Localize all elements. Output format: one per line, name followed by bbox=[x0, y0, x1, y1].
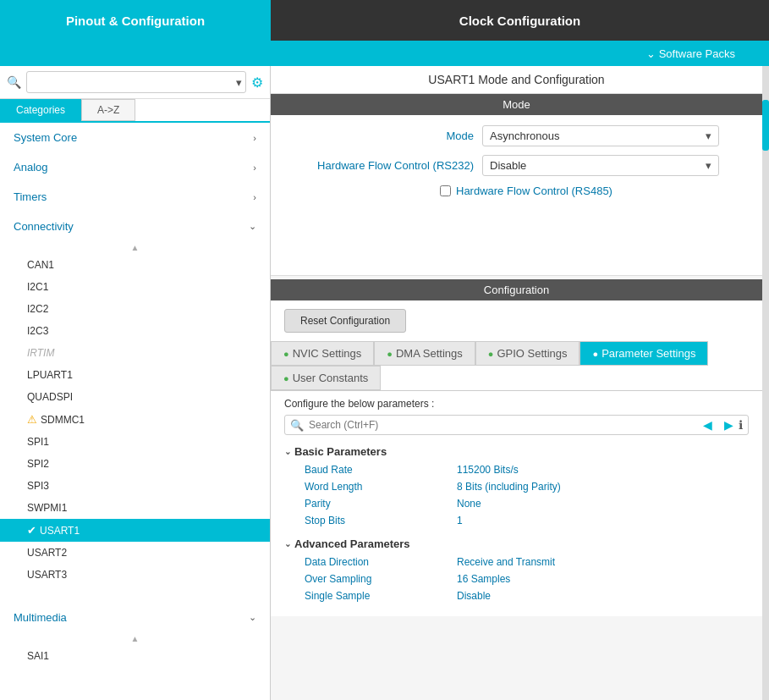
sidebar-subitem-usart1[interactable]: ✔USART1 bbox=[0, 519, 270, 542]
sidebar-subitem-usart2[interactable]: USART2 bbox=[0, 542, 270, 564]
mode-spacer bbox=[288, 197, 745, 265]
reset-configuration-button[interactable]: Reset Configuration bbox=[284, 309, 406, 333]
chevron-down-icon: ⌄ bbox=[249, 221, 256, 232]
mode-section: Mode Mode Asynchronous ▾ Hardware Flow C… bbox=[271, 94, 762, 276]
basic-params-label: Basic Parameters bbox=[294, 445, 387, 458]
chevron-down-icon: ⌄ bbox=[249, 612, 256, 623]
mode-section-header: Mode bbox=[271, 94, 762, 115]
basic-params-chevron: ⌄ bbox=[284, 447, 291, 456]
advanced-params-chevron: ⌄ bbox=[284, 539, 291, 548]
param-data-direction-name: Data Direction bbox=[305, 556, 457, 568]
sidebar-item-timers[interactable]: Timers › bbox=[0, 182, 270, 212]
sidebar-subitem-usart3[interactable]: USART3 bbox=[0, 564, 270, 586]
gear-icon[interactable]: ⚙ bbox=[251, 74, 263, 91]
tab-user-constants[interactable]: ● User Constants bbox=[271, 366, 381, 390]
sidebar-item-connectivity[interactable]: Connectivity ⌄ bbox=[0, 212, 270, 241]
search-input[interactable] bbox=[30, 74, 236, 91]
scroll-up-arrow[interactable]: ▲ bbox=[0, 241, 270, 254]
sidebar-item-system-core[interactable]: System Core › bbox=[0, 123, 270, 152]
panel-title: USART1 Mode and Configuration bbox=[271, 66, 762, 94]
params-area: Configure the below parameters : 🔍 ◀ ▶ ℹ… bbox=[271, 391, 762, 616]
right-panel: USART1 Mode and Configuration Mode Mode … bbox=[271, 66, 762, 700]
sidebar-subitem-spi3[interactable]: SPI3 bbox=[0, 475, 270, 497]
param-parity-name: Parity bbox=[305, 498, 457, 510]
hw-flow-rs232-select[interactable]: Disable ▾ bbox=[482, 155, 719, 176]
tab-nvic-settings[interactable]: ● NVIC Settings bbox=[271, 341, 374, 366]
user-constants-label: User Constants bbox=[293, 372, 369, 384]
check-icon: ✔ bbox=[27, 524, 36, 537]
param-over-sampling-value: 16 Samples bbox=[457, 573, 510, 585]
sidebar-item-analog[interactable]: Analog › bbox=[0, 152, 270, 182]
right-scrollbar-thumb[interactable] bbox=[762, 100, 769, 151]
parameter-check-icon: ● bbox=[592, 349, 598, 359]
pinout-config-header: Pinout & Configuration bbox=[0, 0, 271, 41]
param-baud-rate-value: 115200 Bits/s bbox=[457, 464, 519, 476]
tab-dma-settings[interactable]: ● DMA Settings bbox=[374, 341, 475, 366]
params-search-icon: 🔍 bbox=[290, 419, 304, 432]
sidebar-item-multimedia[interactable]: Multimedia ⌄ bbox=[0, 603, 270, 632]
param-word-length-name: Word Length bbox=[305, 481, 457, 493]
hw-flow-rs232-dropdown-arrow: ▾ bbox=[706, 159, 711, 172]
mode-label: Mode bbox=[288, 130, 474, 142]
tab-categories[interactable]: Categories bbox=[0, 99, 81, 121]
sidebar-subitem-irtim[interactable]: IRTIM bbox=[0, 342, 270, 364]
clock-config-header: Clock Configuration bbox=[271, 0, 769, 41]
params-search-input[interactable] bbox=[309, 419, 698, 431]
sidebar-item-system-core-label: System Core bbox=[14, 131, 77, 144]
scroll-down-arrow[interactable]: ▲ bbox=[0, 632, 270, 645]
prev-result-icon[interactable]: ◀ bbox=[703, 418, 712, 432]
param-data-direction-value: Receive and Transmit bbox=[457, 556, 555, 568]
search-dropdown-icon[interactable]: ▾ bbox=[236, 76, 242, 89]
info-icon[interactable]: ℹ bbox=[739, 418, 743, 432]
chevron-right-icon: › bbox=[253, 163, 256, 173]
search-icon: 🔍 bbox=[7, 75, 21, 89]
software-packs-subheader[interactable]: ⌄ Software Packs bbox=[0, 41, 769, 66]
gpio-settings-label: GPIO Settings bbox=[497, 347, 567, 360]
param-over-sampling-name: Over Sampling bbox=[305, 573, 457, 585]
mode-select[interactable]: Asynchronous ▾ bbox=[482, 125, 719, 146]
hw-flow-rs485-label: Hardware Flow Control (RS485) bbox=[456, 185, 612, 197]
mode-form: Mode Asynchronous ▾ Hardware Flow Contro… bbox=[271, 115, 762, 276]
param-row-stop-bits: Stop Bits 1 bbox=[284, 512, 749, 529]
tab-parameter-settings[interactable]: ● Parameter Settings bbox=[579, 341, 708, 366]
sidebar: 🔍 ▾ ⚙ Categories A->Z System Core › Anal… bbox=[0, 66, 271, 700]
sidebar-subitem-spi2[interactable]: SPI2 bbox=[0, 453, 270, 475]
advanced-params-group: ⌄ Advanced Parameters Data Direction Rec… bbox=[284, 534, 749, 604]
sidebar-subitem-sdmmc1[interactable]: ⚠SDMMC1 bbox=[0, 408, 270, 431]
param-stop-bits-name: Stop Bits bbox=[305, 515, 457, 526]
nvic-settings-label: NVIC Settings bbox=[293, 347, 362, 360]
next-result-icon[interactable]: ▶ bbox=[724, 418, 733, 432]
sidebar-subitem-spi1[interactable]: SPI1 bbox=[0, 431, 270, 453]
hw-flow-rs232-value: Disable bbox=[490, 159, 526, 172]
hw-flow-rs485-checkbox[interactable] bbox=[440, 185, 451, 196]
sidebar-subitem-swpmi1[interactable]: SWPMI1 bbox=[0, 497, 270, 519]
param-row-single-sample: Single Sample Disable bbox=[284, 587, 749, 604]
hw-flow-rs485-row: Hardware Flow Control (RS485) bbox=[288, 185, 745, 197]
sidebar-item-multimedia-label: Multimedia bbox=[14, 611, 67, 624]
param-single-sample-value: Disable bbox=[457, 590, 491, 602]
params-search-row: 🔍 ◀ ▶ ℹ bbox=[284, 415, 749, 435]
basic-params-header[interactable]: ⌄ Basic Parameters bbox=[284, 442, 749, 461]
user-constants-check-icon: ● bbox=[283, 373, 289, 383]
sidebar-subitem-i2c1[interactable]: I2C1 bbox=[0, 276, 270, 298]
sidebar-subitem-sai1[interactable]: SAI1 bbox=[0, 645, 270, 667]
advanced-params-label: Advanced Parameters bbox=[294, 537, 410, 550]
warning-icon: ⚠ bbox=[27, 413, 37, 426]
sidebar-subitem-i2c3[interactable]: I2C3 bbox=[0, 320, 270, 342]
sidebar-subitem-i2c2[interactable]: I2C2 bbox=[0, 298, 270, 320]
sidebar-subitem-lpuart1[interactable]: LPUART1 bbox=[0, 364, 270, 386]
params-configure-label: Configure the below parameters : bbox=[284, 398, 749, 410]
mode-value: Asynchronous bbox=[490, 130, 559, 142]
sidebar-subitem-can1[interactable]: CAN1 bbox=[0, 254, 270, 276]
sidebar-subitem-quadspi[interactable]: QUADSPI bbox=[0, 386, 270, 408]
sidebar-item-connectivity-label: Connectivity bbox=[14, 220, 74, 233]
advanced-params-header[interactable]: ⌄ Advanced Parameters bbox=[284, 534, 749, 554]
parameter-settings-label: Parameter Settings bbox=[601, 347, 695, 360]
tab-gpio-settings[interactable]: ● GPIO Settings bbox=[475, 341, 580, 366]
param-baud-rate-name: Baud Rate bbox=[305, 464, 457, 476]
right-scrollbar[interactable] bbox=[762, 66, 769, 700]
sidebar-tabs: Categories A->Z bbox=[0, 99, 270, 123]
dma-settings-label: DMA Settings bbox=[396, 347, 463, 360]
dma-check-icon: ● bbox=[387, 349, 393, 359]
tab-a-z[interactable]: A->Z bbox=[81, 99, 135, 121]
